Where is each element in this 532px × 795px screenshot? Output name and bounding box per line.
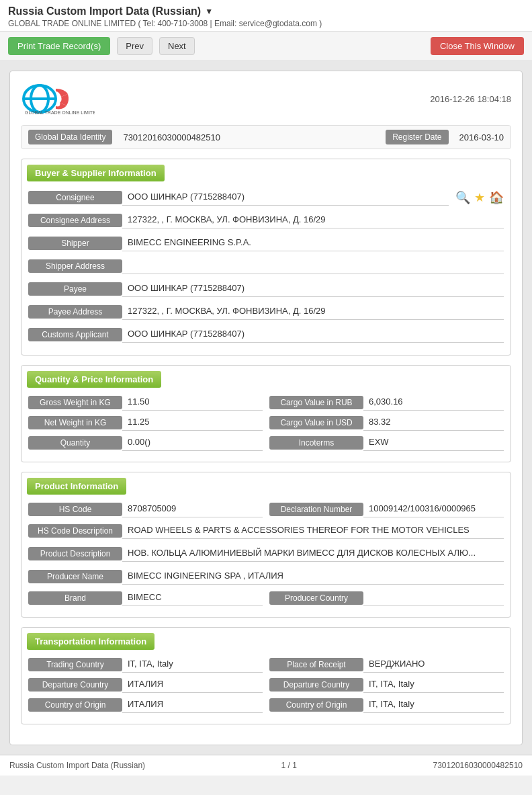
customs-applicant-value: ООО ШИНКАР (7715288407) (122, 327, 504, 343)
title-dropdown-arrow[interactable]: ▼ (205, 7, 213, 16)
identity-row: Global Data Identity 7301201603000048251… (21, 125, 511, 149)
product-body: HS Code 8708705009 Declaration Number 10… (21, 497, 511, 617)
shipper-row: Shipper BIMECC ENGINEERING S.P.A. (28, 234, 504, 253)
consignee-address-row: Consignee Address 127322, , Г. МОСКВА, У… (28, 211, 504, 230)
record-card: GLOBAL TRADE ONLINE LIMITED 2016-12-26 1… (9, 71, 523, 745)
cargo-rub-value: 6,030.16 (363, 394, 504, 411)
country-of-origin-right-field: Country of Origin IT, ITA, Italy (269, 697, 504, 713)
logo-area: GLOBAL TRADE ONLINE LIMITED (21, 82, 95, 116)
trading-country-field: Trading Country IT, ITA, Italy (28, 657, 263, 673)
quantity-field: Quantity 0.00() (28, 435, 263, 451)
page-title-text: Russia Custom Import Data (Russian) (8, 5, 201, 17)
departure-country-right-label: Departure Country (269, 678, 363, 692)
buyer-supplier-section: Buyer & Supplier Information Consignee О… (21, 159, 511, 355)
incoterms-value: EXW (363, 435, 504, 451)
payee-address-row: Payee Address 127322, , Г. МОСКВА, УЛ. Ф… (28, 302, 504, 321)
country-of-origin-left-label: Country of Origin (28, 698, 122, 712)
quantity-label: Quantity (28, 436, 122, 450)
producer-country-value (363, 590, 504, 606)
net-weight-label: Net Weight in KG (28, 416, 122, 429)
declaration-number-value: 10009142/100316/0000965 (363, 501, 504, 517)
shipper-address-label: Shipper Address (28, 259, 122, 273)
departure-country-row: Departure Country ИТАЛИЯ Departure Count… (28, 677, 504, 693)
register-date-label: Register Date (386, 130, 448, 144)
hs-description-row: HS Code Description ROAD WHEELS & PARTS … (28, 521, 504, 540)
next-button[interactable]: Next (159, 37, 195, 55)
footer-right: 73012016030000482510 (433, 761, 523, 770)
departure-country-right-value: IT, ITA, Italy (363, 677, 504, 693)
product-description-row: Product Description НОВ. КОЛЬЦА АЛЮМИНИЕ… (28, 544, 504, 563)
trading-country-value: IT, ITA, Italy (122, 657, 263, 673)
payee-label: Payee (28, 282, 122, 296)
quantity-price-title: Quantity & Price Information (27, 371, 161, 388)
cargo-usd-field: Cargo Value in USD 83.32 (269, 415, 504, 431)
product-title: Product Information (27, 478, 126, 495)
transportation-section: Transportation Information Trading Count… (21, 627, 511, 724)
brand-field: Brand BIMECC (28, 590, 263, 606)
quantity-incoterms-row: Quantity 0.00() Incoterms EXW (28, 435, 504, 451)
brand-label: Brand (28, 591, 122, 605)
cargo-usd-label: Cargo Value in USD (269, 416, 363, 429)
brand-value: BIMECC (122, 590, 263, 606)
company-logo: GLOBAL TRADE ONLINE LIMITED (21, 82, 95, 116)
hs-code-label: HS Code (28, 503, 122, 516)
country-of-origin-left-value: ИТАЛИЯ (122, 697, 263, 713)
shipper-address-value (122, 258, 504, 274)
search-icon[interactable]: 🔍 (455, 190, 470, 205)
footer-center: 1 / 1 (281, 761, 297, 770)
gross-weight-field: Gross Weight in KG 11.50 (28, 394, 263, 411)
consignee-label: Consignee (28, 191, 122, 204)
product-section: Product Information HS Code 8708705009 D… (21, 472, 511, 618)
shipper-address-row: Shipper Address (28, 257, 504, 276)
buyer-supplier-title: Buyer & Supplier Information (27, 165, 165, 181)
star-icon[interactable]: ★ (474, 190, 485, 205)
shipper-label: Shipper (28, 237, 122, 250)
consignee-value: ООО ШИНКАР (7715288407) (122, 190, 449, 206)
consignee-row: Consignee ООО ШИНКАР (7715288407) 🔍 ★ 🏠 (28, 188, 504, 207)
cargo-rub-label: Cargo Value in RUB (269, 396, 363, 409)
departure-country-right-field: Departure Country IT, ITA, Italy (269, 677, 504, 693)
cargo-usd-value: 83.32 (363, 415, 504, 431)
producer-name-value: BIMECC INGINEERING SPA , ИТАЛИЯ (122, 569, 504, 585)
page-subtitle: GLOBAL TRADE ONLINE LIMITED ( Tel: 400-7… (8, 19, 524, 28)
consignee-address-label: Consignee Address (28, 214, 122, 227)
cargo-rub-field: Cargo Value in RUB 6,030.16 (269, 394, 504, 411)
trading-receipt-row: Trading Country IT, ITA, Italy Place of … (28, 657, 504, 673)
customs-applicant-row: Customs Applicant ООО ШИНКАР (7715288407… (28, 325, 504, 344)
register-date-value: 2016-03-10 (459, 132, 504, 142)
net-cargo-usd-row: Net Weight in KG 11.25 Cargo Value in US… (28, 415, 504, 431)
producer-country-label: Producer Country (269, 591, 363, 605)
transportation-body: Trading Country IT, ITA, Italy Place of … (21, 653, 511, 724)
departure-country-left-value: ИТАЛИЯ (122, 677, 263, 693)
place-of-receipt-value: ВЕРДЖИАНО (363, 657, 504, 673)
quantity-price-section: Quantity & Price Information Gross Weigh… (21, 365, 511, 462)
print-button[interactable]: Print Trade Record(s) (8, 37, 110, 55)
incoterms-field: Incoterms EXW (269, 435, 504, 451)
card-header: GLOBAL TRADE ONLINE LIMITED 2016-12-26 1… (21, 82, 511, 116)
home-icon[interactable]: 🏠 (489, 190, 504, 205)
brand-producer-country-row: Brand BIMECC Producer Country (28, 590, 504, 606)
declaration-field: Declaration Number 10009142/100316/00009… (269, 501, 504, 517)
hs-code-field: HS Code 8708705009 (28, 501, 263, 517)
gross-cargo-rub-row: Gross Weight in KG 11.50 Cargo Value in … (28, 394, 504, 411)
close-button[interactable]: Close This Window (431, 37, 524, 55)
payee-row: Payee ООО ШИНКАР (7715288407) (28, 280, 504, 298)
product-description-value: НОВ. КОЛЬЦА АЛЮМИНИЕВЫЙ МАРКИ ВИМЕСС ДЛЯ… (122, 546, 504, 562)
record-datetime: 2016-12-26 18:04:18 (430, 94, 511, 104)
country-of-origin-right-label: Country of Origin (269, 698, 363, 712)
net-weight-field: Net Weight in KG 11.25 (28, 415, 263, 431)
shipper-value: BIMECC ENGINEERING S.P.A. (122, 235, 504, 251)
declaration-number-label: Declaration Number (269, 503, 363, 516)
place-of-receipt-label: Place of Receipt (269, 658, 363, 671)
quantity-price-body: Gross Weight in KG 11.50 Cargo Value in … (21, 390, 511, 462)
page-title: Russia Custom Import Data (Russian) ▼ (8, 5, 524, 17)
footer-left: Russia Custom Import Data (Russian) (9, 761, 145, 770)
incoterms-label: Incoterms (269, 436, 363, 450)
consignee-icons: 🔍 ★ 🏠 (455, 190, 504, 205)
payee-value: ООО ШИНКАР (7715288407) (122, 281, 504, 297)
departure-country-left-field: Departure Country ИТАЛИЯ (28, 677, 263, 693)
gross-weight-value: 11.50 (122, 394, 263, 411)
page-header: Russia Custom Import Data (Russian) ▼ GL… (0, 0, 532, 32)
prev-button[interactable]: Prev (117, 37, 152, 55)
transportation-title: Transportation Information (27, 633, 154, 650)
